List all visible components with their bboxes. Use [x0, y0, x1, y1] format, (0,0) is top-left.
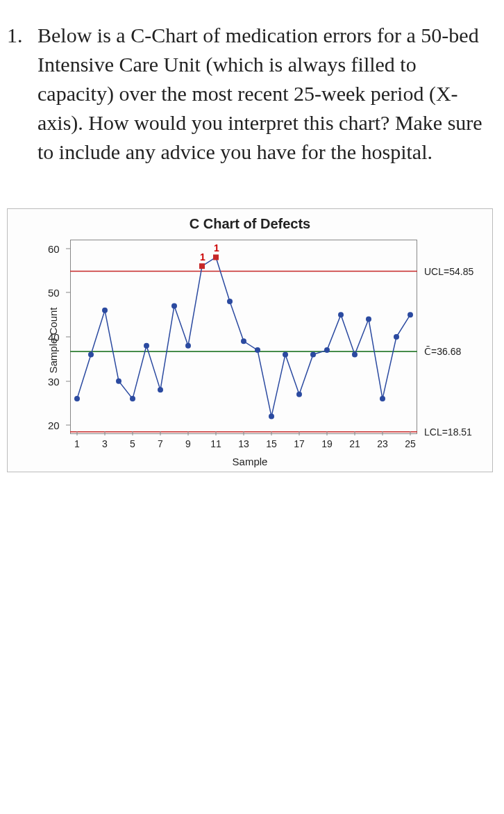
ucl-label: UCL=54.85 — [424, 266, 473, 277]
x-tick-mark — [327, 431, 328, 435]
x-tick-mark — [355, 431, 355, 435]
chart-svg: 11 — [70, 240, 417, 434]
data-point — [116, 379, 121, 384]
data-point — [324, 347, 330, 353]
x-tick-label: 7 — [158, 438, 163, 449]
outlier-point — [213, 254, 219, 260]
x-tick-label: 13 — [238, 438, 249, 449]
x-tick-mark — [299, 431, 300, 435]
data-point — [185, 343, 191, 349]
data-point — [241, 338, 246, 344]
x-tick-label: 9 — [185, 438, 191, 449]
center-line-label: C̄=36.68 — [424, 346, 461, 357]
x-tick-label: 25 — [405, 438, 416, 449]
data-point — [394, 334, 399, 340]
x-tick-label: 5 — [130, 438, 135, 449]
data-point — [130, 396, 135, 401]
y-tick-mark — [66, 425, 70, 426]
data-point — [74, 396, 80, 401]
x-tick-label: 11 — [210, 438, 221, 449]
y-tick-mark — [66, 248, 70, 249]
data-point — [380, 396, 385, 401]
question-item: 1. Below is a C-Chart of medication erro… — [7, 21, 497, 167]
outlier-point — [199, 263, 205, 269]
data-point — [102, 308, 108, 313]
question-number: 1. — [7, 21, 37, 167]
y-tick-mark — [66, 381, 70, 381]
x-tick-mark — [410, 431, 411, 435]
y-tick-label: 30 — [48, 375, 60, 387]
data-point — [88, 351, 94, 357]
x-tick-mark — [105, 431, 106, 435]
x-tick-mark — [77, 431, 78, 435]
data-point — [158, 387, 163, 392]
y-tick-label: 60 — [48, 242, 60, 254]
lcl-label: LCL=18.51 — [424, 426, 472, 438]
data-point — [366, 317, 371, 322]
data-point — [283, 351, 288, 357]
outlier-flag: 1 — [214, 242, 219, 254]
y-tick-label: 20 — [48, 420, 60, 431]
x-tick-mark — [133, 431, 133, 435]
plot-area: 11 — [70, 240, 417, 434]
chart-container: C Chart of Defects 11 Sample Count Sampl… — [7, 208, 493, 472]
data-point — [338, 312, 344, 317]
x-tick-label: 17 — [294, 438, 305, 449]
x-tick-label: 23 — [377, 438, 388, 449]
x-tick-label: 21 — [349, 438, 360, 449]
question-text: Below is a C-Chart of medication errors … — [37, 21, 497, 167]
x-tick-mark — [271, 431, 272, 435]
data-point — [269, 414, 274, 420]
x-tick-label: 19 — [321, 438, 333, 449]
chart-title: C Chart of Defects — [8, 209, 492, 239]
x-tick-mark — [160, 431, 161, 435]
y-tick-mark — [66, 292, 70, 293]
data-point — [408, 312, 413, 317]
x-tick-mark — [383, 431, 383, 435]
x-tick-mark — [244, 431, 244, 435]
x-tick-mark — [216, 431, 217, 435]
data-point — [255, 347, 260, 353]
x-axis-label: Sample — [233, 456, 268, 467]
y-tick-label: 40 — [48, 331, 60, 343]
data-point — [171, 303, 177, 308]
y-tick-label: 50 — [48, 287, 60, 299]
data-point — [227, 299, 233, 304]
data-point — [144, 343, 149, 349]
x-tick-label: 15 — [266, 438, 277, 449]
x-tick-label: 1 — [74, 438, 80, 449]
outlier-flag: 1 — [200, 251, 205, 263]
y-tick-mark — [66, 337, 70, 338]
data-point — [310, 351, 316, 357]
data-point — [352, 351, 358, 357]
x-tick-mark — [188, 431, 189, 435]
x-tick-label: 3 — [102, 438, 108, 449]
data-line — [77, 257, 410, 416]
data-point — [296, 392, 302, 397]
